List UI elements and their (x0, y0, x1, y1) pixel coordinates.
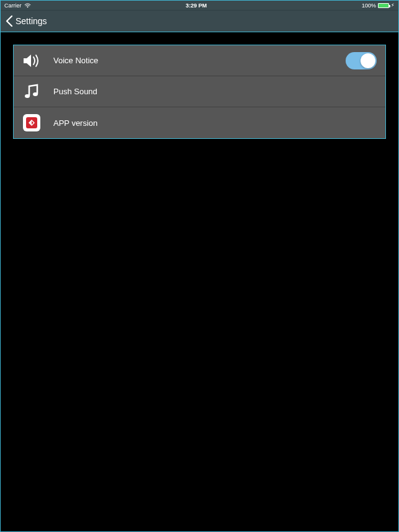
row-label: Push Sound (53, 87, 377, 96)
status-time: 3:29 PM (186, 2, 207, 9)
music-note-icon (22, 84, 41, 100)
row-voice-notice[interactable]: Voice Notice (14, 45, 385, 76)
content-area: Voice Notice Push Sound (1, 32, 398, 531)
toggle-knob (361, 53, 375, 68)
page-title: Settings (16, 16, 47, 26)
svg-point-0 (25, 94, 30, 98)
charging-icon: ⚡︎ (391, 2, 395, 8)
app-icon (22, 114, 41, 131)
row-label: APP version (53, 118, 377, 128)
battery-percent: 100% (362, 2, 376, 9)
row-app-version[interactable]: APP version (14, 107, 385, 138)
carrier-label: Carrier (4, 2, 22, 9)
nav-bar: Settings (1, 10, 398, 32)
wifi-icon (24, 3, 31, 8)
voice-notice-toggle[interactable] (346, 52, 377, 69)
status-left: Carrier (4, 2, 31, 9)
row-label: Voice Notice (53, 56, 333, 65)
back-chevron-icon[interactable] (6, 16, 13, 27)
battery-icon (378, 3, 389, 8)
settings-list: Voice Notice Push Sound (13, 45, 386, 139)
status-bar: Carrier 3:29 PM 100% ⚡︎ (1, 1, 398, 10)
row-push-sound[interactable]: Push Sound (14, 76, 385, 107)
speaker-icon (22, 53, 41, 68)
svg-point-1 (33, 92, 38, 96)
status-right: 100% ⚡︎ (362, 2, 395, 9)
